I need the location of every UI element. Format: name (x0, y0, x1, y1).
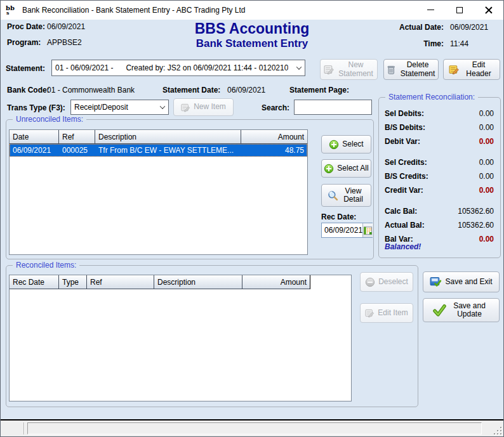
chevron-down-icon (160, 104, 165, 109)
new-item-button[interactable]: New Item (173, 98, 234, 116)
rec-date-label: Rec Date: (321, 212, 356, 221)
time-value: 11:44 (450, 39, 498, 48)
deselect-label: Deselect (378, 278, 408, 286)
edit-header-icon (449, 64, 460, 75)
close-button[interactable] (474, 1, 503, 19)
deselect-button[interactable]: Deselect (360, 272, 413, 292)
actual-date-label: Actual Date: (390, 23, 450, 32)
save-and-exit-button[interactable]: Save and Exit (423, 271, 500, 292)
reconciled-col-type: Type (59, 275, 87, 289)
select-all-plus-icon (324, 164, 334, 174)
maximize-button[interactable] (445, 1, 474, 19)
debit-var-value: 0.00 (479, 137, 494, 146)
unreconciled-row[interactable]: 06/09/2021 000025 Tfr From B/C EW - EWAY… (10, 144, 307, 157)
reconciled-col-amount: Amount (242, 275, 310, 289)
cell-amount: 48.75 (241, 146, 307, 155)
select-label: Select (342, 140, 363, 148)
statusbar-section-divider (23, 422, 24, 434)
unreconciled-col-description: Description (95, 130, 241, 144)
deselect-minus-icon (365, 277, 375, 287)
unreconciled-col-date: Date (10, 130, 59, 144)
unreconciled-col-ref: Ref (59, 130, 95, 144)
sel-debits-label: Sel Debits: (385, 109, 424, 118)
new-statement-label: New Statement (338, 61, 375, 78)
statement-date-label: Statement Date: (162, 86, 220, 95)
resize-grip[interactable] (493, 426, 501, 434)
statement-reconciliation-group: Statement Reconciliation: Sel Debits:0.0… (378, 97, 501, 258)
calc-bal-value: 105362.60 (458, 207, 494, 216)
rec-date-field[interactable]: 06/09/2021 (321, 223, 373, 238)
bs-debits-label: B/S Debits: (385, 123, 425, 132)
reconciled-table: Rec Date Type Ref Description Amount (9, 275, 352, 401)
save-and-update-label: Save and Update (449, 302, 490, 319)
new-item-label: New Item (194, 103, 226, 111)
debit-var-label: Debit Var: (385, 137, 420, 146)
delete-statement-icon (386, 65, 396, 75)
actual-date-value: 06/09/2021 (450, 23, 498, 32)
actual-bal-label: Actual Bal: (385, 221, 425, 230)
edit-header-button[interactable]: Edit Header (443, 59, 500, 80)
reconciled-col-description: Description (154, 275, 242, 289)
statement-dropdown[interactable]: 01 - 06/09/2021 - Created by: JS2 on 06/… (51, 60, 305, 76)
window-title: Bank Reconciliation - Bank Statement Ent… (22, 6, 246, 15)
save-exit-icon (430, 277, 442, 288)
bs-credits-value: 0.00 (479, 172, 494, 181)
app-window: bbs Bank Reconciliation - Bank Statement… (0, 0, 504, 437)
reconciled-col-ref: Ref (87, 275, 154, 289)
chevron-down-icon (296, 65, 302, 70)
bs-credits-label: B/S Credits: (385, 172, 428, 181)
bs-debits-value: 0.00 (479, 123, 494, 132)
bank-code-value: 01 - Commonwealth Bank (47, 86, 135, 95)
statement-reconciliation-legend: Statement Reconciliation: (385, 93, 478, 101)
maximize-icon (456, 7, 463, 13)
sel-debits-value: 0.00 (479, 109, 494, 118)
rec-date-value: 06/09/2021 (322, 226, 362, 235)
statement-label: Statement: (6, 64, 45, 73)
new-item-icon (181, 103, 190, 112)
magnifier-icon (328, 190, 338, 201)
title-bar[interactable]: bbs Bank Reconciliation - Bank Statement… (1, 1, 503, 20)
cell-description: Tfr From B/C EW - EWAY SETTLEME... (95, 146, 241, 155)
statement-date-value: 06/09/2021 (227, 86, 265, 95)
edit-item-button[interactable]: Edit Item (360, 303, 413, 323)
balanced-note: Balanced! (385, 242, 421, 251)
save-and-exit-label: Save and Exit (445, 278, 492, 286)
minimize-button[interactable] (416, 1, 445, 19)
edit-item-icon (365, 308, 375, 318)
credit-var-value: 0.00 (479, 186, 494, 195)
credit-var-label: Credit Var: (385, 186, 423, 195)
cell-ref: 000025 (59, 146, 95, 155)
sel-credits-value: 0.00 (479, 158, 494, 167)
search-label: Search: (262, 103, 289, 112)
delete-statement-button[interactable]: Delete Statement (383, 59, 439, 80)
actual-bal-value: 105362.60 (458, 221, 494, 230)
calc-bal-label: Calc Bal: (385, 207, 417, 216)
delete-statement-label: Delete Statement (399, 61, 436, 78)
statusbar-panel (27, 422, 482, 434)
select-button[interactable]: Select (321, 135, 371, 153)
view-detail-label: View Detail (342, 187, 366, 204)
bank-code-label: Bank Code: (7, 86, 50, 95)
select-all-button[interactable]: Select All (321, 159, 371, 178)
view-detail-button[interactable]: View Detail (321, 184, 371, 207)
reconciled-col-rec-date: Rec Date (10, 275, 59, 289)
statement-dropdown-value: 01 - 06/09/2021 - Created by: JS2 on 06/… (55, 63, 288, 72)
new-statement-button[interactable]: New Statement (320, 59, 378, 80)
calendar-button[interactable] (362, 223, 373, 237)
save-update-check-icon (433, 304, 446, 316)
time-label: Time: (390, 39, 450, 48)
svg-text:s: s (6, 10, 10, 16)
select-all-label: Select All (337, 164, 368, 173)
reconciled-header-filler (310, 275, 351, 289)
calendar-icon (363, 226, 373, 235)
edit-header-label: Edit Header (463, 61, 494, 78)
trans-type-dropdown[interactable]: Receipt/Deposit (70, 100, 169, 115)
unreconciled-col-amount: Amount (241, 130, 307, 144)
minimize-icon (427, 10, 434, 10)
select-plus-icon (329, 140, 339, 150)
search-input[interactable] (294, 100, 372, 115)
cell-date: 06/09/2021 (10, 146, 59, 155)
reconciled-legend: Reconciled Items: (13, 261, 79, 270)
sel-credits-label: Sel Credits: (385, 158, 427, 167)
save-and-update-button[interactable]: Save and Update (423, 298, 500, 322)
